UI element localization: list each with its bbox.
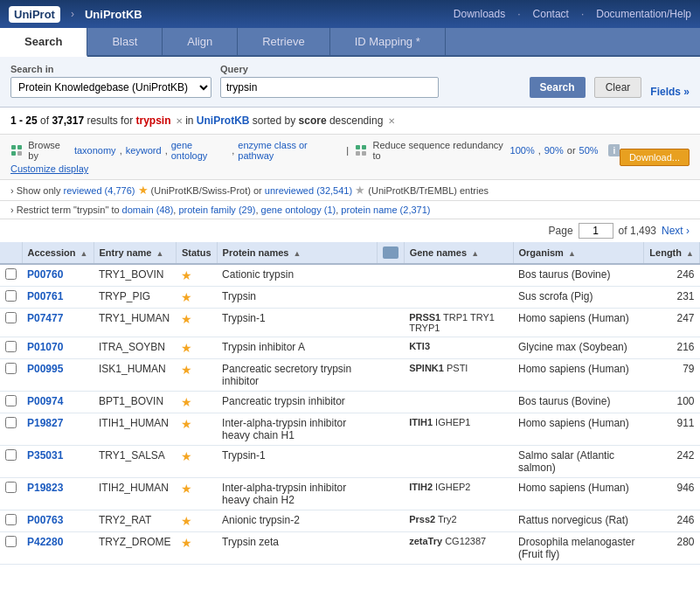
accession-link[interactable]: P01070 (27, 341, 63, 353)
protein-names-cell: Anionic trypsin-2 (217, 510, 377, 532)
browse-left: Browse by taxonomy, keyword, gene ontolo… (10, 140, 620, 174)
accession-link[interactable]: P42280 (27, 536, 63, 548)
entry-name-cell: BPT1_BOVIN (94, 392, 176, 413)
organism-cell: Homo sapiens (Human) (513, 478, 644, 510)
row-checkbox[interactable] (5, 482, 17, 493)
download-button[interactable]: Download... (620, 149, 690, 166)
col-organism-header[interactable]: Organism ▲ (513, 242, 644, 264)
row-checkbox[interactable] (5, 514, 17, 525)
results-total: 37,317 (52, 115, 84, 127)
next-page-link[interactable]: Next › (662, 225, 690, 237)
sort-order: descending (329, 115, 383, 127)
reviewed-star-icon: ★ (138, 184, 149, 197)
row-checkbox[interactable] (5, 290, 17, 302)
protein-names-cell: Trypsin inhibitor A (217, 337, 377, 359)
pagination-bar: Page of 1,493 Next › (0, 219, 700, 242)
documentation-link[interactable]: Documentation/Help (596, 8, 691, 20)
col-length-header[interactable]: Length ▲ (644, 242, 700, 264)
browse-enzyme[interactable]: enzyme class or pathway (238, 140, 340, 161)
length-cell: 946 (644, 478, 700, 510)
filter-gene-ontology[interactable]: gene ontology (1) (261, 205, 336, 215)
expand-icon[interactable] (383, 246, 399, 259)
length-cell: 911 (644, 413, 700, 446)
tab-blast[interactable]: Blast (87, 28, 163, 55)
protein-names-cell: Trypsin zeta (217, 532, 377, 565)
entry-name-cell: ITRA_SOYBN (94, 337, 176, 359)
row-icon-cell (377, 392, 404, 413)
fields-link[interactable]: Fields » (650, 86, 690, 98)
tab-retrieve[interactable]: Retrieve (238, 28, 329, 55)
entry-name-cell: TRY1_BOVIN (94, 264, 176, 287)
filter-protein-name[interactable]: protein name (2,371) (341, 205, 430, 215)
browse-taxonomy[interactable]: taxonomy (74, 145, 116, 156)
accession-link[interactable]: P35031 (27, 449, 63, 462)
col-entry-name-header[interactable]: Entry name ▲ (94, 242, 176, 264)
downloads-link[interactable]: Downloads (454, 8, 505, 20)
row-checkbox[interactable] (5, 312, 17, 323)
filter-unreviewed-link[interactable]: unreviewed (32,541) (265, 185, 352, 196)
row-icon-cell (377, 510, 404, 532)
customize-display-link[interactable]: Customize display (10, 163, 88, 174)
filter-protein-family[interactable]: protein family (29) (178, 205, 255, 215)
status-star-icon: ★ (181, 417, 192, 431)
uniprot-logo[interactable]: UniProt (9, 6, 60, 23)
row-checkbox-cell (0, 510, 22, 532)
reduce-90[interactable]: 90% (544, 145, 564, 156)
organism-cell: Drosophila melanogaster (Fruit fly) (513, 532, 644, 565)
tab-align[interactable]: Align (163, 28, 238, 55)
accession-link[interactable]: P00761 (27, 290, 63, 302)
sort-clear-icon[interactable]: ✕ (388, 116, 395, 126)
accession-link[interactable]: P00760 (27, 268, 63, 281)
reduce-50[interactable]: 50% (579, 145, 599, 156)
unreviewed-star-icon: ★ (355, 184, 365, 197)
search-in-group: Search in Protein Knowledgebase (UniProt… (10, 64, 211, 98)
search-button[interactable]: Search (530, 77, 586, 98)
row-checkbox[interactable] (5, 341, 17, 352)
col-accession-header[interactable]: Accession ▲ (22, 242, 94, 264)
row-checkbox[interactable] (5, 536, 17, 547)
query-group: Query (220, 64, 521, 98)
accession-link[interactable]: P00763 (27, 514, 63, 526)
query-label: Query (220, 64, 521, 74)
query-clear-icon[interactable]: ✕ (176, 116, 183, 126)
reviewed-db: UniProtKB/Swiss-Prot (154, 185, 247, 196)
row-icon-cell (377, 287, 404, 309)
filter-domain[interactable]: domain (48) (122, 205, 174, 215)
row-icon-cell (377, 309, 404, 337)
status-star-icon: ★ (181, 341, 192, 355)
protein-names-cell: Trypsin-1 (217, 309, 377, 337)
reduce-100[interactable]: 100% (510, 145, 535, 156)
row-checkbox-cell (0, 478, 22, 510)
organism-cell: Homo sapiens (Human) (513, 309, 644, 337)
results-db-link[interactable]: UniProtKB (197, 115, 250, 127)
search-input[interactable] (220, 77, 439, 98)
row-checkbox[interactable] (5, 268, 17, 280)
row-checkbox[interactable] (5, 449, 17, 461)
browse-keyword[interactable]: keyword (126, 145, 162, 156)
length-cell: 246 (644, 264, 700, 287)
col-protein-names-header[interactable]: Protein names ▲ (217, 242, 377, 264)
table-row: P00974BPT1_BOVIN★Pancreatic trypsin inhi… (0, 392, 700, 413)
row-checkbox-cell (0, 264, 22, 287)
browse-gene-ontology[interactable]: gene ontology (171, 140, 229, 161)
search-in-select[interactable]: Protein Knowledgebase (UniProtKB) Swiss-… (10, 77, 211, 98)
page-input[interactable] (579, 223, 613, 239)
col-checkbox-header (0, 242, 22, 264)
info-icon: i (608, 144, 620, 156)
gene-names-cell (404, 287, 513, 309)
contact-link[interactable]: Contact (533, 8, 569, 20)
row-checkbox[interactable] (5, 395, 17, 406)
accession-link[interactable]: P00974 (27, 395, 63, 407)
tab-id-mapping[interactable]: ID Mapping * (330, 28, 446, 55)
col-gene-names-header[interactable]: Gene names ▲ (404, 242, 513, 264)
row-checkbox[interactable] (5, 417, 17, 428)
tab-search[interactable]: Search (0, 28, 87, 57)
accession-link[interactable]: P19823 (27, 482, 63, 494)
accession-link[interactable]: P19827 (27, 417, 63, 429)
accession-link[interactable]: P00995 (27, 363, 63, 375)
row-checkbox[interactable] (5, 363, 17, 374)
filter-reviewed-link[interactable]: reviewed (4,776) (64, 185, 135, 196)
clear-button[interactable]: Clear (594, 77, 642, 98)
accession-link[interactable]: P07477 (27, 312, 63, 324)
accession-cell: P19827 (22, 413, 94, 446)
